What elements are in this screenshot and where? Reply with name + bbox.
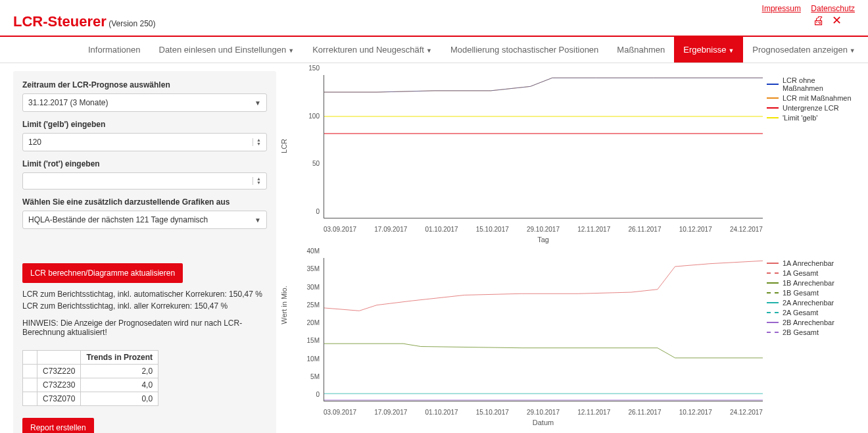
chart-hqla: Wert in Mio. 05M10M15M20M25M30M35M40M 03… <box>285 254 855 425</box>
chevron-down-icon: ▼ <box>254 216 261 224</box>
legend-item: Untergrenze LCR <box>767 104 855 112</box>
spinner-icon[interactable]: ▲▼ <box>253 177 261 185</box>
legend-item: 2B Anrechenbar <box>767 318 855 326</box>
legend-swatch <box>767 84 779 85</box>
nav-item-0[interactable]: Informationen <box>79 37 150 63</box>
legend-item: 2B Gesamt <box>767 328 855 336</box>
x-tick: 15.10.2017 <box>476 226 509 233</box>
x-tick: 17.09.2017 <box>374 409 407 416</box>
legend-label: 2A Gesamt <box>783 309 818 317</box>
btn-recalculate[interactable]: LCR berechnen/Diagramme aktualisieren <box>22 263 183 283</box>
label-grafik: Wählen Sie eine zusätzlich darzustellend… <box>22 197 267 207</box>
chart-lcr: LCR 050100150 03.09.201717.09.201701.10.… <box>285 71 855 242</box>
legend-item: LCR ohne Maßnahmen <box>767 76 855 92</box>
x-tick: 29.10.2017 <box>527 409 560 416</box>
x-tick: 15.10.2017 <box>476 409 509 416</box>
x-tick: 24.12.2017 <box>730 226 763 233</box>
y-tick: 5M <box>310 372 320 380</box>
x-tick: 03.09.2017 <box>324 409 356 416</box>
legend-label: LCR ohne Maßnahmen <box>783 76 855 92</box>
print-icon[interactable]: 🖨 <box>813 14 825 27</box>
main-nav: InformationenDaten einlesen und Einstell… <box>0 37 868 63</box>
legend-swatch <box>767 272 779 274</box>
chevron-down-icon: ▼ <box>728 47 734 54</box>
btn-report[interactable]: Report erstellen <box>22 418 94 433</box>
chevron-down-icon: ▼ <box>254 99 261 107</box>
legend-label: 1A Anrechenbar <box>783 259 834 267</box>
label-limit-gelb: Limit ('gelb') eingeben <box>22 120 267 129</box>
x-tick: 24.12.2017 <box>730 409 763 416</box>
legend-item: 1A Gesamt <box>767 269 855 277</box>
y-tick: 35M <box>307 265 320 272</box>
nav-item-4[interactable]: Maßnahmen <box>608 37 674 63</box>
nav-item-2[interactable]: Korrekturen und Neugeschäft▼ <box>303 37 441 63</box>
info-hint: HINWEIS: Die Anzeige der Prognosedaten w… <box>22 318 267 337</box>
y-tick: 20M <box>307 319 320 326</box>
legend-label: 2B Gesamt <box>783 328 819 336</box>
chart2-ylabel: Wert in Mio. <box>280 286 288 324</box>
nav-item-6[interactable]: Prognosedaten anzeigen▼ <box>743 37 864 63</box>
input-limit-gelb[interactable]: 120 ▲▼ <box>22 133 267 151</box>
info-alle-korrektur: LCR zum Berichtsstichtag, inkl. aller Ko… <box>22 301 267 311</box>
legend-swatch <box>767 263 779 264</box>
chart1-legend: LCR ohne MaßnahmenLCR mit MaßnahmenUnter… <box>763 71 855 242</box>
x-tick: 12.11.2017 <box>577 226 610 233</box>
legend-swatch <box>767 302 779 303</box>
legend-item: 2A Gesamt <box>767 309 855 317</box>
y-tick: 30M <box>307 283 320 290</box>
nav-item-3[interactable]: Modellierung stochastischer Positionen <box>441 37 608 63</box>
info-auto-korrektur: LCR zum Berichtsstichtag, inkl. automati… <box>22 290 267 299</box>
legend-label: 2B Anrechenbar <box>783 318 834 326</box>
legend-item: 1B Gesamt <box>767 289 855 297</box>
x-tick: 01.10.2017 <box>425 226 458 233</box>
legend-swatch <box>767 322 779 323</box>
chart1-ylabel: LCR <box>280 139 288 153</box>
sidebar-panel: Zeitraum der LCR-Prognose auswählen 31.1… <box>13 71 276 433</box>
label-limit-rot: Limit ('rot') eingeben <box>22 159 267 168</box>
y-tick: 40M <box>307 247 320 255</box>
nav-item-5[interactable]: Ergebnisse▼ <box>674 37 743 63</box>
legend-item: 1A Anrechenbar <box>767 259 855 267</box>
app-title: LCR-Steuerer <box>13 13 107 30</box>
close-icon[interactable]: ✕ <box>832 14 842 27</box>
legend-label: LCR mit Maßnahmen <box>783 94 852 102</box>
nav-item-1[interactable]: Daten einlesen und Einstellungen▼ <box>150 37 304 63</box>
spinner-icon[interactable]: ▲▼ <box>253 138 261 146</box>
select-grafik[interactable]: HQLA-Bestände der nächsten 121 Tage dyna… <box>22 211 267 229</box>
chart2-legend: 1A Anrechenbar1A Gesamt1B Anrechenbar1B … <box>763 254 855 425</box>
y-tick: 100 <box>308 112 320 119</box>
label-zeitraum: Zeitraum der LCR-Prognose auswählen <box>22 80 267 89</box>
x-tick: 26.11.2017 <box>628 226 661 233</box>
y-tick: 50 <box>312 160 320 167</box>
select-zeitraum[interactable]: 31.12.2017 (3 Monate) ▼ <box>22 93 267 112</box>
legend-label: 'Limit 'gelb' <box>783 114 817 122</box>
x-tick: 12.11.2017 <box>577 409 610 416</box>
legend-swatch <box>767 107 779 109</box>
legend-label: 1B Anrechenbar <box>783 279 834 287</box>
table-row: C73Z2202,0 <box>23 365 158 378</box>
x-tick: 26.11.2017 <box>628 409 661 416</box>
x-tick: 10.12.2017 <box>679 226 712 233</box>
legend-item: LCR mit Maßnahmen <box>767 94 855 102</box>
legend-item: 1B Anrechenbar <box>767 279 855 287</box>
select-grafik-value: HQLA-Bestände der nächsten 121 Tage dyna… <box>28 215 208 224</box>
x-tick: 01.10.2017 <box>425 409 458 416</box>
legend-label: 1B Gesamt <box>783 289 819 297</box>
table-row: C73Z2304,0 <box>23 378 158 392</box>
chevron-down-icon: ▼ <box>850 47 856 54</box>
legend-swatch <box>767 97 779 99</box>
legend-item: 'Limit 'gelb' <box>767 114 855 122</box>
legend-label: Untergrenze LCR <box>783 104 839 112</box>
x-tick: 03.09.2017 <box>324 226 356 233</box>
y-tick: 10M <box>307 355 320 362</box>
y-tick: 0 <box>316 391 320 398</box>
link-impressum[interactable]: Impressum <box>762 4 801 13</box>
legend-swatch <box>767 282 779 284</box>
y-tick: 150 <box>308 64 320 72</box>
link-datenschutz[interactable]: Datenschutz <box>811 4 855 13</box>
legend-item: 2A Anrechenbar <box>767 299 855 307</box>
app-version: (Version 250) <box>108 19 155 28</box>
x-tick: 29.10.2017 <box>527 226 560 233</box>
input-limit-rot[interactable]: ▲▼ <box>22 172 267 190</box>
y-tick: 15M <box>307 337 320 344</box>
